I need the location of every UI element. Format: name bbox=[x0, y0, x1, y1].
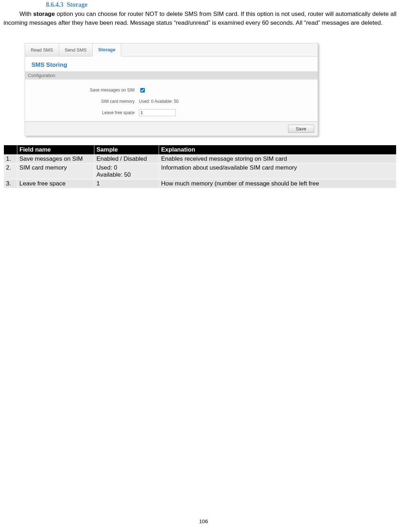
th-sample: Sample bbox=[94, 145, 159, 155]
table-row: 3. Leave free space 1 How much memory (n… bbox=[4, 179, 396, 188]
body-paragraph: With storage option you can choose for r… bbox=[4, 10, 396, 27]
cell-name: Leave free space bbox=[17, 179, 94, 188]
label-sim-memory: SIM card memory bbox=[29, 99, 137, 104]
config-header: Configuration bbox=[25, 71, 318, 79]
th-num bbox=[4, 145, 17, 155]
page-number: 106 bbox=[4, 518, 400, 524]
panel-title: SMS Storing bbox=[25, 57, 318, 71]
tab-send-sms[interactable]: Send SMS bbox=[59, 43, 93, 56]
cell-expl: Information about used/available SIM car… bbox=[159, 164, 396, 179]
description-table: Field name Sample Explanation 1. Save me… bbox=[4, 145, 396, 188]
section-title: Storage bbox=[67, 1, 88, 8]
label-leave-space: Leave free space bbox=[29, 110, 137, 115]
table-row: 2. SIM card memory Used: 0 Available: 50… bbox=[4, 164, 396, 179]
tab-storage[interactable]: Storage bbox=[93, 43, 121, 57]
para-rest: option you can choose for router NOT to … bbox=[4, 11, 396, 26]
tab-read-sms[interactable]: Read SMS bbox=[25, 43, 59, 56]
form-body: Save messages on SIM SIM card memory Use… bbox=[25, 79, 318, 121]
th-field: Field name bbox=[17, 145, 94, 155]
tabs-bar: Read SMS Send SMS Storage bbox=[25, 43, 318, 57]
section-number: 8.6.4.3 bbox=[46, 1, 64, 8]
value-sim-memory: Used: 0 Available: 50 bbox=[137, 99, 179, 104]
cell-expl: How much memory (number of message shoul… bbox=[159, 179, 396, 188]
input-leave-space[interactable] bbox=[139, 109, 176, 116]
save-button[interactable]: Save bbox=[288, 125, 314, 133]
label-save-messages: Save messages on SIM bbox=[29, 88, 137, 93]
cell-expl: Enables received message storing on SIM … bbox=[159, 155, 396, 164]
para-bold: storage bbox=[33, 11, 55, 17]
cell-sample: Used: 0 Available: 50 bbox=[94, 164, 159, 179]
para-prefix: With bbox=[19, 11, 33, 17]
button-row: Save bbox=[25, 122, 318, 136]
cell-name: Save messages on SIM bbox=[17, 155, 94, 164]
table-row: 1. Save messages on SIM Enabled / Disabl… bbox=[4, 155, 396, 164]
screenshot-container: Read SMS Send SMS Storage SMS Storing Co… bbox=[25, 43, 318, 136]
th-expl: Explanation bbox=[159, 145, 396, 155]
cell-name: SIM card memory bbox=[17, 164, 94, 179]
cell-sample: Enabled / Disabled bbox=[94, 155, 159, 164]
cell-num: 3. bbox=[4, 179, 17, 188]
cell-sample: 1 bbox=[94, 179, 159, 188]
cell-num: 1. bbox=[4, 155, 17, 164]
cell-num: 2. bbox=[4, 164, 17, 179]
section-heading: 8.6.4.3 Storage bbox=[46, 1, 396, 8]
checkbox-save-messages[interactable] bbox=[140, 88, 145, 93]
